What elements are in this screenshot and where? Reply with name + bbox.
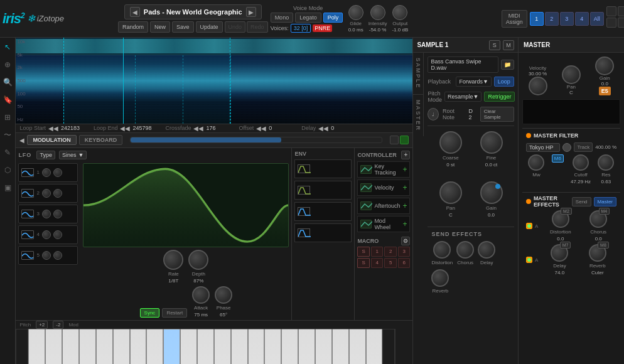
filter-res-knob[interactable] xyxy=(598,154,614,171)
clear-sample-button[interactable]: Clear Sample xyxy=(480,107,514,122)
filter-m6-badge[interactable]: M6 xyxy=(552,154,564,163)
filter-cutoff-knob[interactable] xyxy=(573,154,589,171)
macro-btn-s[interactable]: S xyxy=(357,247,370,257)
white-key-b1[interactable] xyxy=(130,329,147,364)
output-knob[interactable] xyxy=(392,5,407,20)
lfo-strip-1-ctrl-1[interactable] xyxy=(42,168,51,177)
update-button[interactable]: Update xyxy=(196,21,223,33)
glide-knob[interactable] xyxy=(348,5,363,20)
lfo-depth-knob[interactable] xyxy=(188,250,208,270)
sidebar-bookmark-icon[interactable]: 🔖 xyxy=(1,93,14,107)
mfx-m8-badge[interactable]: M8 xyxy=(598,242,609,249)
sample-s-button[interactable]: S xyxy=(489,40,500,50)
icon-btn-6[interactable] xyxy=(618,18,624,28)
lfo-strip-2[interactable]: 2 xyxy=(18,184,78,203)
sample-gain-knob[interactable] xyxy=(480,181,503,204)
mfx-m2-badge[interactable]: M2 xyxy=(561,208,572,215)
mod-slider-bar[interactable] xyxy=(130,137,382,143)
filter-mw-knob[interactable] xyxy=(528,154,544,171)
new-button[interactable]: New xyxy=(150,21,170,33)
pitch-down-button[interactable]: -2 xyxy=(53,321,63,329)
env-strip-3[interactable] xyxy=(294,202,352,221)
delay-prev[interactable]: ◀◀ xyxy=(318,125,328,132)
white-key-g3[interactable] xyxy=(332,329,349,364)
loop-end-prev[interactable]: ◀◀ xyxy=(120,125,130,132)
icon-btn-2[interactable] xyxy=(618,6,624,16)
num-1-button[interactable]: 1 xyxy=(530,12,544,26)
lfo-strip-5-ctrl-1[interactable] xyxy=(42,251,51,260)
white-key-b2[interactable] xyxy=(248,329,265,364)
mod-ctrl-btn-2[interactable] xyxy=(400,136,409,144)
delay-knob[interactable] xyxy=(478,241,495,259)
lfo-strip-4[interactable]: 4 xyxy=(18,225,78,244)
white-key-g1[interactable] xyxy=(96,329,113,364)
master-pan-knob[interactable] xyxy=(562,65,581,84)
macro-btn-s2[interactable]: S xyxy=(357,258,370,268)
undo-button[interactable]: Undo xyxy=(225,21,246,33)
env-strip-1[interactable] xyxy=(294,159,352,178)
num-2-button[interactable]: 2 xyxy=(545,12,559,26)
sidebar-cursor-icon[interactable]: ↖ xyxy=(1,40,14,54)
icon-btn-5[interactable] xyxy=(606,18,616,28)
macro-settings-icon[interactable]: ⚙ xyxy=(401,237,410,245)
white-key-a2[interactable] xyxy=(231,329,248,364)
offset-prev[interactable]: ◀◀ xyxy=(256,125,266,132)
white-key-f2[interactable] xyxy=(197,329,214,364)
ctrl-velocity-plus[interactable]: + xyxy=(402,183,407,192)
filter-track-button[interactable]: Track xyxy=(574,142,593,152)
lfo-phase-knob[interactable] xyxy=(215,286,232,304)
lfo-strip-1[interactable]: 1 xyxy=(18,163,78,182)
lfo-type-select-btn[interactable]: Sines ▼ xyxy=(59,151,87,159)
lfo-sync-button[interactable]: Sync xyxy=(140,308,160,318)
lfo-restart-button[interactable]: Restart xyxy=(162,308,187,318)
velocity-knob[interactable] xyxy=(529,77,547,95)
macro-btn-6[interactable]: 6 xyxy=(398,258,411,268)
macro-btn-4[interactable]: 4 xyxy=(371,258,384,268)
preset-prev-button[interactable]: ◀ xyxy=(130,7,140,17)
lfo-attack-knob[interactable] xyxy=(192,286,210,304)
sidebar-search-icon[interactable]: 🔍 xyxy=(1,75,14,89)
preset-next-button[interactable]: ▶ xyxy=(246,7,256,17)
lfo-strip-4-ctrl-2[interactable] xyxy=(53,230,62,239)
sidebar-wave-icon[interactable]: 〜 xyxy=(1,128,14,142)
white-key-d1[interactable] xyxy=(45,329,62,364)
file-browse-button[interactable]: 📁 xyxy=(501,60,514,70)
mfx-enable-1[interactable] xyxy=(526,223,532,229)
white-key-d2[interactable] xyxy=(163,329,180,364)
tab-modulation[interactable]: MODULATION xyxy=(27,135,76,145)
white-key-a3[interactable] xyxy=(349,329,366,364)
num-3-button[interactable]: 3 xyxy=(560,12,574,26)
white-key-b3[interactable] xyxy=(366,329,383,364)
sidebar-zoom-icon[interactable]: ⊕ xyxy=(1,58,14,72)
tab-keyboard[interactable]: KEYBOARD xyxy=(79,135,123,145)
ctrl-key-tracking-plus[interactable]: + xyxy=(402,165,407,174)
filter-type-knob[interactable] xyxy=(562,143,571,152)
ctrl-add-button[interactable]: + xyxy=(401,151,410,159)
master-gain-knob[interactable] xyxy=(595,56,614,75)
map-button[interactable]: Map xyxy=(395,329,412,364)
fine-knob[interactable] xyxy=(480,131,503,154)
lfo-strip-2-ctrl-2[interactable] xyxy=(53,189,62,198)
midi-assign-button[interactable]: MIDI Assign xyxy=(502,10,527,28)
sidebar-tool-icon[interactable]: ✎ xyxy=(1,146,14,159)
macro-btn-1[interactable]: 1 xyxy=(371,247,384,257)
playback-value-button[interactable]: Forwards ▼ xyxy=(456,77,491,87)
es-badge[interactable]: E5 xyxy=(599,87,611,95)
sidebar-paint-icon[interactable]: ⬡ xyxy=(1,163,14,177)
white-key-a1[interactable] xyxy=(113,329,130,364)
macro-btn-2[interactable]: 2 xyxy=(384,247,397,257)
sidebar-select-icon[interactable]: ▣ xyxy=(1,181,14,195)
white-key-f3[interactable] xyxy=(315,329,332,364)
env-strip-2[interactable] xyxy=(294,181,352,200)
macro-btn-5[interactable]: 5 xyxy=(384,258,397,268)
lfo-strip-4-ctrl-1[interactable] xyxy=(42,230,51,239)
chorus-knob[interactable] xyxy=(456,241,474,259)
mfx-master-button[interactable]: Master xyxy=(594,197,616,206)
loop-start-prev[interactable]: ◀◀ xyxy=(48,125,58,132)
lfo-strip-1-ctrl-2[interactable] xyxy=(53,168,62,177)
all-button[interactable]: All xyxy=(590,12,604,26)
lfo-strip-3-ctrl-1[interactable] xyxy=(42,210,51,218)
white-key-c1[interactable]: C1 xyxy=(28,329,45,364)
white-key-e2[interactable] xyxy=(180,329,197,364)
random-button[interactable]: Random xyxy=(118,21,148,33)
